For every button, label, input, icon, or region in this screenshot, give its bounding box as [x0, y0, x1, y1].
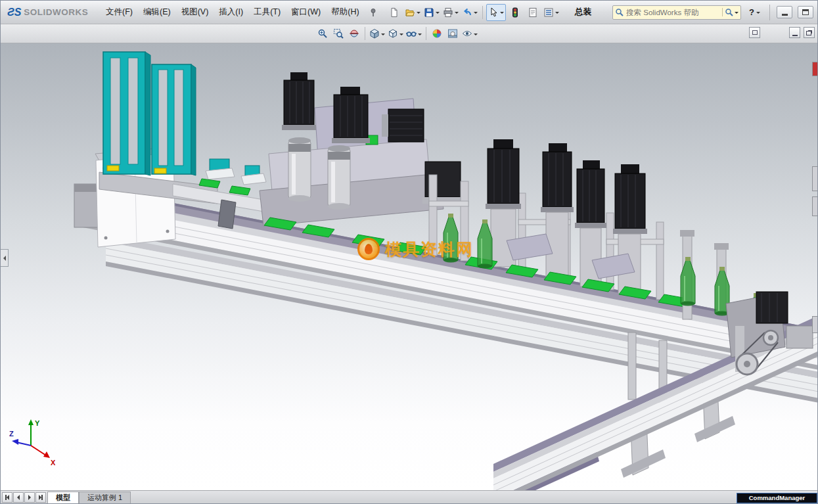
- coordinate-triad: Y X Z: [9, 414, 61, 467]
- press-motor-2[interactable]: [332, 87, 370, 143]
- tab-model-label: 模型: [56, 493, 70, 503]
- options-icon[interactable]: [542, 4, 560, 21]
- hide-show-icon[interactable]: [405, 26, 423, 41]
- magazine-rack-left[interactable]: [103, 52, 150, 175]
- view-settings-icon[interactable]: [461, 26, 479, 41]
- section-view-icon[interactable]: [346, 26, 362, 41]
- zoom-area-icon[interactable]: [330, 26, 346, 41]
- pin-icon[interactable]: [365, 4, 382, 21]
- brand-name: SOLIDWORKS: [24, 7, 88, 17]
- apply-scene-icon[interactable]: [445, 26, 461, 41]
- view-toolbar: [1, 24, 817, 43]
- menu-insert[interactable]: 插入(I): [214, 3, 248, 21]
- minimize-button[interactable]: [777, 6, 792, 18]
- task-pane-tab-red[interactable]: [812, 62, 817, 76]
- select-icon[interactable]: [486, 4, 506, 21]
- titlebar-right: 总装 ?: [575, 5, 815, 20]
- tab-motion-study-label: 运动算例 1: [87, 493, 122, 503]
- magazine-rack-right[interactable]: [152, 64, 196, 175]
- graphics-viewport[interactable]: 模具资料网 Y X Z: [1, 43, 817, 490]
- tab-model[interactable]: 模型: [47, 492, 79, 503]
- document-title: 总装: [575, 7, 591, 18]
- help-button[interactable]: ?: [746, 6, 763, 18]
- display-style-icon[interactable]: [386, 26, 405, 41]
- minimize-icon: [782, 14, 788, 16]
- first-tab-button[interactable]: [2, 492, 12, 503]
- maximize-button[interactable]: [798, 6, 813, 18]
- new-document-icon[interactable]: [386, 4, 403, 21]
- gantry-motor-2[interactable]: [541, 143, 574, 280]
- prev-tab-button[interactable]: [13, 492, 24, 503]
- doc-minimize-button[interactable]: [789, 27, 800, 38]
- zoom-in-out-icon[interactable]: [315, 26, 330, 41]
- command-manager-tab[interactable]: CommandManager: [737, 493, 817, 503]
- standard-toolbar: [386, 4, 560, 21]
- help-icon: ?: [749, 7, 754, 17]
- rebuild-icon[interactable]: [507, 4, 524, 21]
- next-tab-button[interactable]: [24, 492, 35, 503]
- edit-appearance-icon[interactable]: [429, 26, 445, 41]
- menu-edit[interactable]: 编辑(E): [138, 3, 176, 21]
- task-pane-tab-2[interactable]: [812, 196, 817, 216]
- menu-view[interactable]: 视图(V): [176, 3, 214, 21]
- triad-x-label: X: [51, 459, 56, 467]
- save-icon[interactable]: [422, 4, 441, 21]
- last-tab-button[interactable]: [35, 492, 46, 503]
- doc-restore-button[interactable]: [804, 27, 815, 38]
- titlebar: ƧS SOLIDWORKS 文件(F) 编辑(E) 视图(V) 插入(I) 工具…: [1, 1, 817, 24]
- tab-navigation: [1, 491, 47, 503]
- assembly-model-3d[interactable]: [1, 43, 817, 490]
- menubar: 文件(F) 编辑(E) 视图(V) 插入(I) 工具(T) 窗口(W) 帮助(H…: [101, 3, 382, 21]
- menu-tools[interactable]: 工具(T): [248, 3, 286, 21]
- ds-logo-icon: ƧS: [7, 7, 21, 18]
- press-motor-3[interactable]: [382, 109, 424, 142]
- feature-tree-flyout[interactable]: [1, 249, 9, 267]
- side-gearbox[interactable]: [422, 162, 463, 204]
- document-window-controls: [749, 27, 815, 38]
- doc-restore-icon: [806, 31, 811, 35]
- help-search-box: [612, 5, 741, 20]
- press-motor-1[interactable]: [282, 72, 316, 130]
- triad-z-label: Z: [9, 430, 14, 438]
- menu-file[interactable]: 文件(F): [101, 3, 138, 21]
- panel-icon: [752, 30, 758, 35]
- menu-help[interactable]: 帮助(H): [326, 3, 364, 21]
- print-icon[interactable]: [442, 4, 460, 21]
- solidworks-window: ƧS SOLIDWORKS 文件(F) 编辑(E) 视图(V) 插入(I) 工具…: [0, 0, 818, 504]
- file-properties-icon[interactable]: [524, 4, 541, 21]
- collapse-arrow-icon: [1, 256, 6, 261]
- task-pane-toggle-button[interactable]: [749, 27, 760, 38]
- doc-minimize-icon: [792, 35, 798, 36]
- maximize-icon: [802, 9, 809, 15]
- triad-y-label: Y: [35, 419, 40, 427]
- statusbar: 模型 运动算例 1 CommandManager: [1, 490, 817, 503]
- menu-window[interactable]: 窗口(W): [286, 3, 326, 21]
- task-pane-tab-1[interactable]: [812, 166, 817, 191]
- search-icon: [725, 8, 733, 16]
- search-icon: [615, 8, 624, 16]
- undo-icon[interactable]: [461, 4, 479, 21]
- open-icon[interactable]: [403, 4, 422, 21]
- search-submit-button[interactable]: [722, 8, 738, 16]
- tab-motion-study[interactable]: 运动算例 1: [79, 492, 131, 503]
- view-orientation-icon[interactable]: [368, 26, 386, 41]
- app-logo: ƧS SOLIDWORKS: [3, 7, 101, 18]
- search-input[interactable]: [626, 9, 719, 16]
- task-pane-tab-3[interactable]: [812, 316, 817, 333]
